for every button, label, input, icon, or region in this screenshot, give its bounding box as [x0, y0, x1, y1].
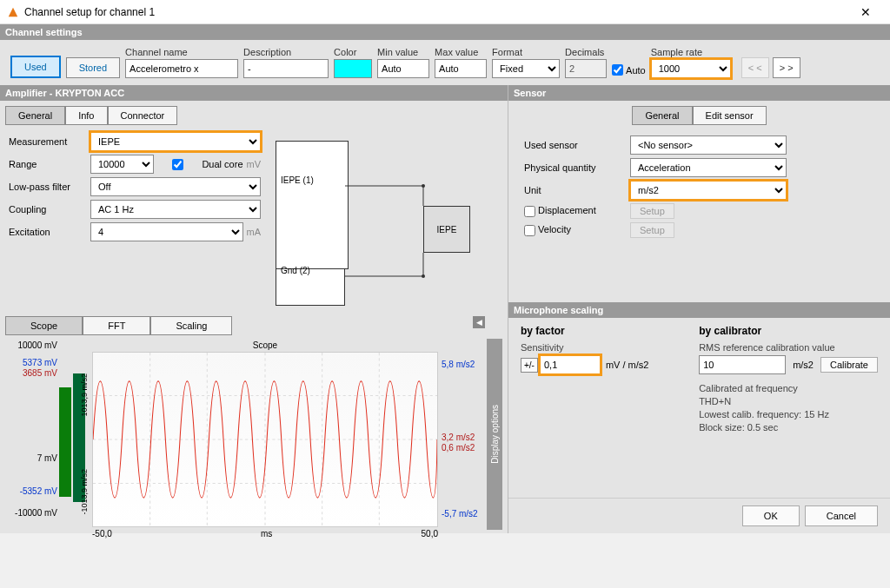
tab-connector[interactable]: Connector	[108, 106, 178, 125]
used-sensor-select[interactable]: <No sensor>	[630, 135, 787, 155]
scope-y-axis-right: 5,8 m/s2 3,2 m/s2 0,6 m/s2 -5,7 m/s2	[438, 339, 487, 530]
channel-settings-header: Channel settings	[0, 24, 890, 40]
min-value-label: Min value	[377, 47, 429, 57]
used-button[interactable]: Used	[10, 56, 61, 78]
dual-core-label: Dual core	[202, 159, 242, 169]
decimals-label: Decimals	[565, 47, 607, 57]
connection-diagram: IEPE IEPE (1) Gnd (2)	[261, 132, 499, 306]
displacement-checkbox[interactable]	[524, 206, 535, 217]
ma-label: mA	[247, 227, 262, 237]
sensitivity-label: Sensitivity	[521, 342, 681, 353]
excitation-label: Excitation	[9, 227, 87, 237]
channel-name-input[interactable]	[125, 59, 238, 78]
velocity-setup-button: Setup	[630, 222, 674, 238]
calib-info-1: Calibrated at frequency	[699, 383, 878, 393]
scope-plot[interactable]	[92, 352, 438, 527]
tab-info[interactable]: Info	[65, 106, 107, 125]
prev-channel-button[interactable]: < <	[741, 57, 769, 78]
next-channel-button[interactable]: > >	[773, 57, 800, 78]
titlebar: Channel setup for channel 1 ✕	[0, 0, 890, 24]
mv-label: mV	[247, 159, 262, 169]
color-swatch[interactable]	[334, 59, 372, 78]
max-value-input[interactable]	[435, 59, 487, 78]
calib-info-3: Lowest calib. frequency: 15 Hz	[699, 409, 878, 420]
excitation-select[interactable]: 4	[90, 222, 243, 241]
displacement-setup-button: Setup	[630, 203, 674, 219]
lowpass-select[interactable]: Off	[90, 177, 261, 196]
scope-tab-fft[interactable]: FFT	[83, 316, 150, 335]
svg-point-6	[422, 274, 425, 278]
calibrate-button[interactable]: Calibrate	[820, 357, 878, 373]
scope-tab-scaling[interactable]: Scaling	[150, 316, 232, 335]
unit-select[interactable]: m/s2	[630, 181, 787, 200]
decimals-input	[565, 59, 607, 78]
max-value-label: Max value	[435, 47, 487, 57]
min-value-input[interactable]	[377, 59, 429, 78]
tab-general[interactable]: General	[5, 106, 65, 125]
by-factor-heading: by factor	[521, 325, 681, 337]
scope-tab-scope[interactable]: Scope	[5, 316, 83, 335]
amplifier-title: Amplifier - KRYPTON ACC	[0, 85, 508, 101]
velocity-checkbox[interactable]	[524, 225, 535, 236]
auto-checkbox[interactable]	[612, 64, 623, 76]
microphone-header: Microphone scaling	[508, 302, 890, 318]
measurement-select[interactable]: IEPE	[90, 132, 261, 151]
description-label: Description	[243, 47, 329, 57]
coupling-label: Coupling	[9, 204, 87, 215]
scope-x-max: 50,0	[422, 529, 438, 538]
sensitivity-sign-toggle[interactable]: +/-	[521, 358, 538, 373]
ok-button[interactable]: OK	[742, 505, 800, 526]
by-calibrator-heading: by calibrator	[699, 325, 878, 337]
physical-quantity-label: Physical quantity	[524, 162, 625, 173]
window-title: Channel setup for channel 1	[24, 6, 848, 18]
dual-core-checkbox[interactable]	[157, 159, 198, 170]
close-button[interactable]: ✕	[848, 0, 883, 24]
rms-input[interactable]	[699, 355, 786, 374]
unit-label: Unit	[524, 185, 625, 195]
range-select[interactable]: 10000	[90, 155, 154, 174]
svg-point-3	[422, 184, 425, 188]
scope-y-axis-left: 10000 mV 5373 mV 3685 mV 7 mV -5352 mV -…	[5, 339, 92, 530]
format-select[interactable]: Fixed	[492, 59, 560, 78]
used-sensor-label: Used sensor	[524, 140, 625, 150]
channel-settings-panel: Used Stored Channel name Description Col…	[0, 40, 890, 85]
lowpass-label: Low-pass filter	[9, 182, 87, 192]
description-input[interactable]	[243, 59, 329, 78]
coupling-select[interactable]: AC 1 Hz	[90, 200, 261, 219]
sensitivity-unit: mV / m/s2	[606, 360, 649, 370]
scope-title: Scope	[92, 339, 438, 352]
auto-label: Auto	[626, 65, 646, 76]
sensor-tab-general[interactable]: General	[632, 106, 692, 125]
format-label: Format	[492, 47, 560, 57]
scope-x-min: -50,0	[92, 529, 112, 538]
range-label: Range	[9, 159, 87, 169]
calib-info-4: Block size: 0.5 sec	[699, 422, 878, 433]
stored-button[interactable]: Stored	[66, 57, 120, 78]
sensor-header: Sensor	[508, 85, 890, 101]
physical-quantity-select[interactable]: Acceleration	[630, 158, 787, 177]
cancel-button[interactable]: Cancel	[805, 505, 878, 526]
measurement-label: Measurement	[9, 136, 87, 147]
color-label: Color	[334, 47, 372, 57]
scope-x-label: ms	[261, 529, 272, 538]
sensitivity-input[interactable]	[540, 355, 601, 374]
app-icon	[7, 6, 19, 18]
rms-unit: m/s2	[793, 360, 814, 370]
sample-rate-label: Sample rate	[651, 47, 731, 57]
display-options-sidebar[interactable]: Display options	[487, 339, 502, 530]
calib-info-2: THD+N	[699, 396, 878, 406]
collapse-display-options[interactable]: ◀	[473, 316, 485, 328]
sensor-tab-edit[interactable]: Edit sensor	[693, 106, 767, 125]
channel-name-label: Channel name	[125, 47, 238, 57]
svg-marker-0	[9, 7, 18, 17]
sample-rate-select[interactable]: 1000	[651, 59, 731, 78]
rms-label: RMS reference calibration value	[699, 342, 878, 353]
